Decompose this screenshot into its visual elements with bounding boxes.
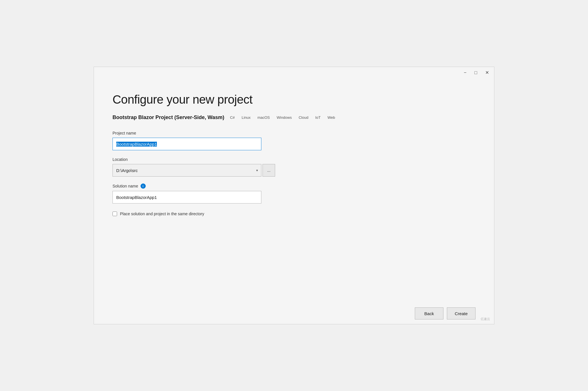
project-name-group: Project name <box>113 131 475 150</box>
close-button[interactable]: ✕ <box>484 69 491 76</box>
page-title: Configure your new project <box>113 93 475 106</box>
project-name-input[interactable] <box>113 138 261 150</box>
main-window: − □ ✕ Configure your new project Bootstr… <box>94 67 494 324</box>
watermark: 亿速云 <box>481 317 490 321</box>
main-content: Configure your new project Bootstrap Bla… <box>94 78 494 303</box>
solution-name-input[interactable] <box>113 191 261 204</box>
project-type-name: Bootstrap Blazor Project (Server-Side, W… <box>113 114 224 121</box>
project-name-label: Project name <box>113 131 475 135</box>
title-bar: − □ ✕ <box>94 67 494 78</box>
tag-linux: Linux <box>240 115 252 120</box>
tag-iot: IoT <box>314 115 322 120</box>
location-group: Location D:\Argo\src ▼ ... <box>113 157 475 177</box>
location-select[interactable]: D:\Argo\src <box>113 164 261 177</box>
project-type-row: Bootstrap Blazor Project (Server-Side, W… <box>113 114 475 121</box>
solution-name-group: Solution name i <box>113 183 475 204</box>
solution-name-label-row: Solution name i <box>113 183 475 189</box>
footer: Back Create <box>94 303 494 324</box>
tag-web: Web <box>326 115 336 120</box>
location-select-wrapper: D:\Argo\src ▼ <box>113 164 261 177</box>
tag-csharp: C# <box>229 115 236 120</box>
minimize-button[interactable]: − <box>462 69 468 76</box>
back-button[interactable]: Back <box>415 307 443 319</box>
same-directory-label[interactable]: Place solution and project in the same d… <box>120 212 204 216</box>
location-label: Location <box>113 157 475 162</box>
tag-cloud: Cloud <box>297 115 309 120</box>
create-button[interactable]: Create <box>447 307 475 319</box>
location-row: D:\Argo\src ▼ ... <box>113 164 475 177</box>
same-directory-checkbox[interactable] <box>113 212 117 216</box>
form: Project name Location D:\Argo\src ▼ ... <box>113 131 475 216</box>
same-directory-row: Place solution and project in the same d… <box>113 212 475 216</box>
solution-name-label: Solution name <box>113 184 138 188</box>
maximize-button[interactable]: □ <box>473 69 479 76</box>
title-bar-controls: − □ ✕ <box>462 69 491 76</box>
tag-macos: macOS <box>256 115 271 120</box>
solution-name-info-icon: i <box>141 183 146 189</box>
tag-windows: Windows <box>275 115 293 120</box>
browse-button[interactable]: ... <box>263 164 275 177</box>
